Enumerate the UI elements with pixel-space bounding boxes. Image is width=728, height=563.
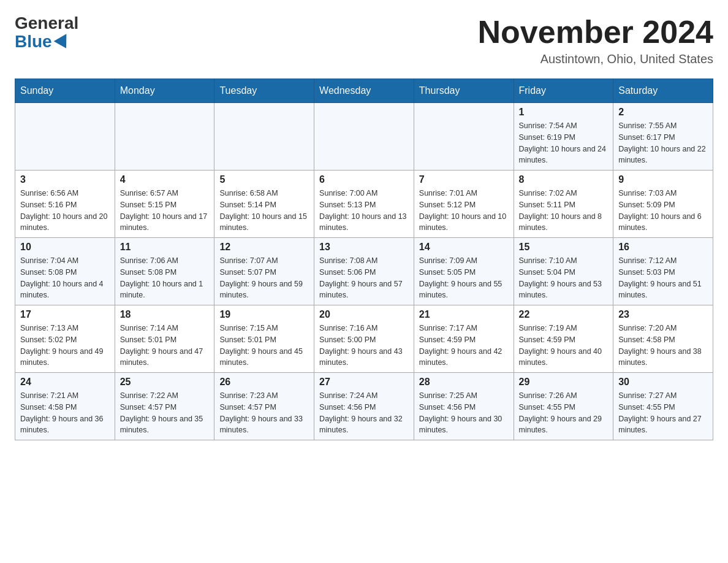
day-info: Sunrise: 7:21 AM Sunset: 4:58 PM Dayligh…: [20, 390, 110, 436]
day-info: Sunrise: 7:07 AM Sunset: 5:07 PM Dayligh…: [219, 255, 309, 301]
calendar-cell: 24Sunrise: 7:21 AM Sunset: 4:58 PM Dayli…: [15, 373, 115, 440]
calendar-table: Sunday Monday Tuesday Wednesday Thursday…: [15, 79, 713, 440]
header-tuesday: Tuesday: [214, 79, 314, 103]
day-info: Sunrise: 7:00 AM Sunset: 5:13 PM Dayligh…: [319, 188, 409, 234]
calendar-cell: 21Sunrise: 7:17 AM Sunset: 4:59 PM Dayli…: [414, 305, 514, 373]
logo-triangle-icon: [53, 34, 72, 52]
day-number: 24: [20, 377, 110, 388]
day-info: Sunrise: 7:10 AM Sunset: 5:04 PM Dayligh…: [519, 255, 609, 301]
calendar-cell: 2Sunrise: 7:55 AM Sunset: 6:17 PM Daylig…: [613, 103, 713, 170]
day-number: 15: [519, 242, 609, 253]
calendar-cell: 10Sunrise: 7:04 AM Sunset: 5:08 PM Dayli…: [15, 238, 115, 305]
day-number: 2: [618, 107, 708, 118]
logo: General Blue: [15, 15, 78, 52]
day-number: 28: [419, 377, 509, 388]
calendar-cell: [414, 103, 514, 170]
calendar-cell: 9Sunrise: 7:03 AM Sunset: 5:09 PM Daylig…: [613, 170, 713, 238]
day-info: Sunrise: 6:58 AM Sunset: 5:14 PM Dayligh…: [219, 188, 309, 234]
calendar-cell: 4Sunrise: 6:57 AM Sunset: 5:15 PM Daylig…: [115, 170, 214, 238]
day-info: Sunrise: 7:01 AM Sunset: 5:12 PM Dayligh…: [419, 188, 509, 234]
calendar-cell: 8Sunrise: 7:02 AM Sunset: 5:11 PM Daylig…: [514, 170, 613, 238]
day-number: 23: [618, 309, 708, 320]
day-number: 9: [618, 174, 708, 185]
day-info: Sunrise: 7:02 AM Sunset: 5:11 PM Dayligh…: [519, 188, 609, 234]
day-info: Sunrise: 7:17 AM Sunset: 4:59 PM Dayligh…: [419, 323, 509, 369]
day-number: 27: [319, 377, 409, 388]
day-info: Sunrise: 7:25 AM Sunset: 4:56 PM Dayligh…: [419, 390, 509, 436]
logo-blue-text: Blue: [15, 32, 70, 52]
page-header: General Blue November 2024 Austintown, O…: [15, 15, 713, 66]
day-info: Sunrise: 6:57 AM Sunset: 5:15 PM Dayligh…: [120, 188, 210, 234]
day-number: 25: [120, 377, 210, 388]
logo-general-text: General: [15, 15, 78, 32]
day-info: Sunrise: 7:27 AM Sunset: 4:55 PM Dayligh…: [618, 390, 708, 436]
header-wednesday: Wednesday: [314, 79, 414, 103]
week-row-2: 3Sunrise: 6:56 AM Sunset: 5:16 PM Daylig…: [15, 170, 713, 238]
calendar-cell: 22Sunrise: 7:19 AM Sunset: 4:59 PM Dayli…: [514, 305, 613, 373]
calendar-cell: 23Sunrise: 7:20 AM Sunset: 4:58 PM Dayli…: [613, 305, 713, 373]
calendar-cell: 13Sunrise: 7:08 AM Sunset: 5:06 PM Dayli…: [314, 238, 414, 305]
day-info: Sunrise: 7:04 AM Sunset: 5:08 PM Dayligh…: [20, 255, 110, 301]
calendar-cell: 30Sunrise: 7:27 AM Sunset: 4:55 PM Dayli…: [613, 373, 713, 440]
week-row-5: 24Sunrise: 7:21 AM Sunset: 4:58 PM Dayli…: [15, 373, 713, 440]
day-number: 20: [319, 309, 409, 320]
calendar-cell: 26Sunrise: 7:23 AM Sunset: 4:57 PM Dayli…: [214, 373, 314, 440]
week-row-4: 17Sunrise: 7:13 AM Sunset: 5:02 PM Dayli…: [15, 305, 713, 373]
day-info: Sunrise: 7:54 AM Sunset: 6:19 PM Dayligh…: [519, 120, 609, 166]
calendar-cell: 5Sunrise: 6:58 AM Sunset: 5:14 PM Daylig…: [214, 170, 314, 238]
week-row-3: 10Sunrise: 7:04 AM Sunset: 5:08 PM Dayli…: [15, 238, 713, 305]
day-number: 30: [618, 377, 708, 388]
day-info: Sunrise: 7:24 AM Sunset: 4:56 PM Dayligh…: [319, 390, 409, 436]
day-info: Sunrise: 6:56 AM Sunset: 5:16 PM Dayligh…: [20, 188, 110, 234]
calendar-cell: 3Sunrise: 6:56 AM Sunset: 5:16 PM Daylig…: [15, 170, 115, 238]
calendar-cell: 1Sunrise: 7:54 AM Sunset: 6:19 PM Daylig…: [514, 103, 613, 170]
calendar-cell: 17Sunrise: 7:13 AM Sunset: 5:02 PM Dayli…: [15, 305, 115, 373]
day-number: 1: [519, 107, 609, 118]
calendar-header-row: Sunday Monday Tuesday Wednesday Thursday…: [15, 79, 713, 103]
calendar-cell: 12Sunrise: 7:07 AM Sunset: 5:07 PM Dayli…: [214, 238, 314, 305]
calendar-cell: 7Sunrise: 7:01 AM Sunset: 5:12 PM Daylig…: [414, 170, 514, 238]
calendar-cell: 20Sunrise: 7:16 AM Sunset: 5:00 PM Dayli…: [314, 305, 414, 373]
day-info: Sunrise: 7:16 AM Sunset: 5:00 PM Dayligh…: [319, 323, 409, 369]
calendar-cell: 6Sunrise: 7:00 AM Sunset: 5:13 PM Daylig…: [314, 170, 414, 238]
calendar-cell: [214, 103, 314, 170]
day-number: 3: [20, 174, 110, 185]
day-number: 8: [519, 174, 609, 185]
day-number: 17: [20, 309, 110, 320]
calendar-cell: 18Sunrise: 7:14 AM Sunset: 5:01 PM Dayli…: [115, 305, 214, 373]
header-friday: Friday: [514, 79, 613, 103]
day-info: Sunrise: 7:55 AM Sunset: 6:17 PM Dayligh…: [618, 120, 708, 166]
calendar-cell: 25Sunrise: 7:22 AM Sunset: 4:57 PM Dayli…: [115, 373, 214, 440]
calendar-cell: 16Sunrise: 7:12 AM Sunset: 5:03 PM Dayli…: [613, 238, 713, 305]
month-year-title: November 2024: [478, 15, 713, 50]
day-info: Sunrise: 7:22 AM Sunset: 4:57 PM Dayligh…: [120, 390, 210, 436]
day-info: Sunrise: 7:12 AM Sunset: 5:03 PM Dayligh…: [618, 255, 708, 301]
day-info: Sunrise: 7:23 AM Sunset: 4:57 PM Dayligh…: [219, 390, 309, 436]
title-section: November 2024 Austintown, Ohio, United S…: [478, 15, 713, 66]
day-number: 22: [519, 309, 609, 320]
day-number: 7: [419, 174, 509, 185]
day-info: Sunrise: 7:06 AM Sunset: 5:08 PM Dayligh…: [120, 255, 210, 301]
location-subtitle: Austintown, Ohio, United States: [478, 52, 713, 66]
header-sunday: Sunday: [15, 79, 115, 103]
day-info: Sunrise: 7:20 AM Sunset: 4:58 PM Dayligh…: [618, 323, 708, 369]
day-number: 12: [219, 242, 309, 253]
day-info: Sunrise: 7:14 AM Sunset: 5:01 PM Dayligh…: [120, 323, 210, 369]
header-monday: Monday: [115, 79, 214, 103]
day-number: 29: [519, 377, 609, 388]
header-saturday: Saturday: [613, 79, 713, 103]
calendar-cell: 27Sunrise: 7:24 AM Sunset: 4:56 PM Dayli…: [314, 373, 414, 440]
day-number: 6: [319, 174, 409, 185]
day-number: 13: [319, 242, 409, 253]
day-number: 26: [219, 377, 309, 388]
day-number: 10: [20, 242, 110, 253]
calendar-cell: 29Sunrise: 7:26 AM Sunset: 4:55 PM Dayli…: [514, 373, 613, 440]
day-info: Sunrise: 7:08 AM Sunset: 5:06 PM Dayligh…: [319, 255, 409, 301]
day-number: 11: [120, 242, 210, 253]
calendar-cell: [115, 103, 214, 170]
day-number: 16: [618, 242, 708, 253]
day-number: 18: [120, 309, 210, 320]
day-number: 14: [419, 242, 509, 253]
day-info: Sunrise: 7:09 AM Sunset: 5:05 PM Dayligh…: [419, 255, 509, 301]
day-info: Sunrise: 7:19 AM Sunset: 4:59 PM Dayligh…: [519, 323, 609, 369]
